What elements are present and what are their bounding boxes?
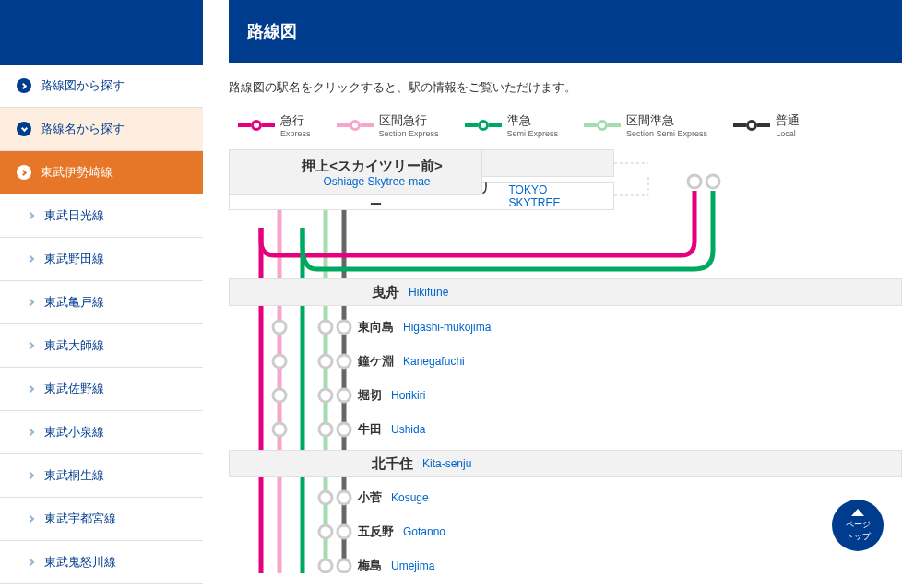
station-gotanno[interactable]: 五反野Gotanno [358,523,445,541]
triangle-up-icon [851,509,864,516]
svg-point-6 [688,175,701,188]
station-oshiage[interactable]: 押上<スカイツリー前>Oshiage Skytree-mae [229,149,482,195]
sidebar-item-isesaki[interactable]: 東武伊勢崎線 [0,151,203,194]
svg-point-24 [338,423,350,436]
legend-line-icon [238,120,275,131]
svg-point-16 [273,355,286,368]
station-name-jp: 東向島 [358,319,394,335]
sidebar-item-kameido[interactable]: 東武亀戸線 [0,281,203,323]
chevron-right-icon [27,385,34,393]
sidebar-item-kinugawa[interactable]: 東武鬼怒川線 [0,541,203,583]
svg-point-23 [319,423,332,436]
sidebar-item-label: 東武伊勢崎線 [41,164,113,181]
svg-point-31 [338,491,350,504]
legend-sublabel: Semi Express [507,129,559,138]
chevron-right-icon [27,472,34,479]
sidebar-item-utsunomiya[interactable]: 東武宇都宮線 [0,498,203,540]
station-ushida[interactable]: 牛田Ushida [358,420,425,439]
svg-point-35 [338,559,350,572]
station-name-en: Higashi-mukōjima [403,321,491,334]
description: 路線図の駅名をクリックすると、駅の情報をご覧いただけます。 [229,79,902,96]
sidebar-item-daishi[interactable]: 東武大師線 [0,324,203,367]
sidebar-item-label: 東武野田線 [44,251,104,267]
route-diagram: 浅草Asakusa とうきょうスカイツリーTOKYO SKYTREE 押上<スカ… [229,149,902,573]
station-higashi-mukojima[interactable]: 東向島Higashi-mukōjima [358,318,491,336]
station-umejima[interactable]: 梅島Umejima [358,557,434,575]
sidebar-item-label: 東武小泉線 [44,424,104,441]
svg-point-20 [319,389,332,402]
chevron-right-icon [27,559,34,566]
station-horikiri[interactable]: 堀切Horikiri [358,386,425,405]
svg-point-14 [319,321,332,334]
chevron-right-icon [27,212,34,219]
sidebar-item-koizumi[interactable]: 東武小泉線 [0,411,203,453]
station-name-en: Gotanno [403,525,445,538]
station-kita-senju[interactable]: 北千住Kita-senju [229,450,902,477]
svg-point-33 [338,525,350,538]
legend-local: 普通Local [733,112,800,138]
station-kanegafuchi[interactable]: 鐘ケ淵Kanegafuchi [358,352,465,370]
sidebar-item-tojo[interactable]: 東武東上線 [0,584,203,588]
legend-sublabel: Section Express [379,129,439,138]
station-name-en: Kosuge [391,491,429,504]
legend-line-icon [465,120,502,131]
station-name-jp: 北千住 [372,455,413,473]
sidebar-item-label: 東武大師線 [44,337,104,354]
main-content: 路線図 路線図の駅名をクリックすると、駅の情報をご覧いただけます。 急行Expr… [203,0,902,588]
legend-sublabel: Local [776,129,800,138]
station-name-jp: 五反野 [358,523,394,540]
sidebar-item-route-map[interactable]: 路線図から探す [0,65,203,107]
legend-line-icon [337,120,374,131]
legend-label: 区間急行 [379,112,439,129]
station-name-jp: 牛田 [358,421,382,438]
svg-point-7 [706,175,719,188]
station-kosuge[interactable]: 小菅Kosuge [358,488,429,507]
station-name-en: Kanegafuchi [403,355,465,368]
station-name-en: Oshiage Skytree-mae [323,175,430,188]
station-name-en: Horikiri [391,389,425,402]
legend-label: 準急 [507,112,559,129]
page-top-label: トップ [846,531,871,543]
sidebar-item-noda[interactable]: 東武野田線 [0,238,203,280]
station-name-jp: 堀切 [358,387,382,404]
legend-express: 急行Express [238,112,311,138]
circle-chevron-icon [17,165,31,180]
station-hikifune[interactable]: 曳舟Hikifune [229,278,902,306]
svg-point-30 [319,491,332,504]
chevron-right-icon [27,515,34,523]
svg-point-32 [319,525,332,538]
svg-point-15 [338,321,350,334]
legend-line-icon [584,120,621,131]
legend-sublabel: Section Semi Express [626,129,707,138]
sidebar-item-label: 東武佐野線 [44,381,104,397]
station-name-en: Hikifune [409,286,448,299]
legend-sublabel: Express [280,129,311,138]
legend: 急行Express 区間急行Section Express 準急Semi Exp… [229,112,902,149]
station-name-jp: 押上<スカイツリー前> [302,158,443,175]
sidebar-item-label: 東武亀戸線 [44,294,104,311]
svg-point-17 [319,355,332,368]
station-name-en: Ushida [391,423,425,436]
svg-point-22 [273,423,286,436]
chevron-right-icon [27,429,34,436]
circle-chevron-down-icon [17,122,31,136]
svg-point-18 [338,355,350,368]
station-name-en: Kita-senju [422,457,471,470]
sidebar-item-label: 東武宇都宮線 [44,511,116,527]
page-top-label: ページ [846,519,871,531]
sidebar-item-label: 東武日光線 [44,207,104,224]
sidebar-item-route-name[interactable]: 路線名から探す [0,108,203,150]
sidebar-item-nikko[interactable]: 東武日光線 [0,194,203,237]
station-name-jp: 鐘ケ淵 [358,353,394,370]
svg-point-21 [338,389,350,402]
legend-semi-express: 準急Semi Express [465,112,559,138]
sidebar-item-sano[interactable]: 東武佐野線 [0,368,203,410]
page-top-button[interactable]: ページ トップ [832,500,884,551]
sidebar-header [0,0,203,65]
chevron-right-icon [27,342,34,349]
legend-section-semi-express: 区間準急Section Semi Express [584,112,707,138]
legend-label: 普通 [776,112,800,129]
sidebar-item-kiryu[interactable]: 東武桐生線 [0,454,203,497]
station-name-jp: 梅島 [358,558,382,574]
station-name-en: Umejima [391,559,434,572]
